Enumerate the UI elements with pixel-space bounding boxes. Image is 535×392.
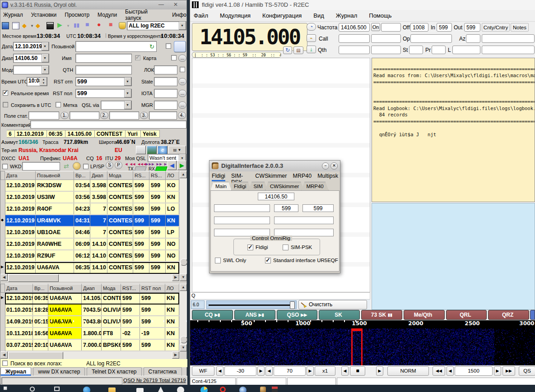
scroll-thumb[interactable] xyxy=(8,274,59,282)
save-grid-button[interactable] xyxy=(174,41,186,52)
stop-icon[interactable]: ■ xyxy=(85,21,93,28)
stop-icon[interactable]: ■ xyxy=(350,366,365,376)
stat-input-2[interactable] xyxy=(70,111,99,120)
squelch-slider[interactable] xyxy=(206,300,297,309)
wf-button[interactable]: WF xyxy=(192,366,214,376)
gain-down-icon[interactable]: ◀ xyxy=(216,366,223,376)
qsy-icon[interactable]: ◔ xyxy=(307,23,316,31)
stat-input-3[interactable] xyxy=(109,111,139,120)
field-2[interactable] xyxy=(371,34,401,43)
menu-item[interactable]: Модули xyxy=(98,12,117,18)
column-header[interactable]: Диап xyxy=(90,171,107,180)
dialog-name-input[interactable] xyxy=(214,217,270,224)
loc-input[interactable] xyxy=(452,46,480,54)
dialog-tab[interactable]: SIM xyxy=(248,182,267,190)
minimize-icon[interactable]: — xyxy=(156,1,167,9)
chevron-down-icon[interactable] xyxy=(42,42,49,51)
user-app-icon[interactable] xyxy=(177,387,184,392)
prev-record-button[interactable]: ◀ xyxy=(167,161,177,170)
in-input[interactable] xyxy=(437,23,452,32)
state-input[interactable] xyxy=(154,77,177,86)
history-table-header[interactable]: ДатаВр...ПозывнойДиапМодаRST...RST полЛО xyxy=(5,284,179,293)
logbook-icon[interactable]: ▤ xyxy=(293,46,303,54)
qsl-via-field[interactable] xyxy=(101,101,132,110)
zoom-button[interactable]: x1 xyxy=(315,366,335,376)
dialog-menu-item[interactable]: MRP40 xyxy=(293,172,312,181)
start-icon[interactable] xyxy=(4,387,11,392)
stat-marker-4[interactable]: 4. xyxy=(178,112,186,119)
macro-next-sliver[interactable] xyxy=(530,310,535,320)
band-field[interactable]: 14106.50 xyxy=(13,54,49,63)
az-input[interactable] xyxy=(466,34,480,43)
column-header[interactable]: RST пол xyxy=(140,284,165,293)
pr-input[interactable] xyxy=(432,46,446,54)
play-icon[interactable]: ▶ xyxy=(57,21,65,28)
table-row[interactable]: 12.10.2019US3IW 03:563.598 CONTES599 599… xyxy=(5,192,179,203)
freq-up-icon[interactable]: ▶ xyxy=(494,366,501,376)
logger-titlebar[interactable]: v.3.31-61 Russia, Oryol obl. — ✕ xyxy=(0,0,186,9)
name-input[interactable] xyxy=(75,54,132,63)
rst-rcvd-field[interactable]: 599 xyxy=(75,89,132,98)
table-row[interactable]: 12.10.2019UR4MVK 04:317 CONTES599 599KN xyxy=(5,215,179,227)
callsign-input[interactable] xyxy=(75,41,157,52)
explorer-icon[interactable] xyxy=(108,387,116,392)
menu-item[interactable]: Помощь xyxy=(369,12,391,19)
seek-left-icon[interactable]: ◀◀ xyxy=(433,366,445,376)
stat-marker-1[interactable]: 1. xyxy=(60,112,69,119)
range-down-icon[interactable]: ◀ xyxy=(265,366,273,376)
notes-input[interactable] xyxy=(482,46,535,54)
bottom-tab[interactable]: www DX кластер xyxy=(33,367,85,376)
record-icon[interactable]: ● xyxy=(97,21,104,28)
map-more-button[interactable]: ... xyxy=(178,55,186,62)
notes-icon[interactable]: ▤ ▼ xyxy=(168,146,186,154)
real-time-checkbox[interactable] xyxy=(3,90,8,96)
dialog-qth-input[interactable] xyxy=(274,217,334,224)
search-icon[interactable] xyxy=(30,387,35,392)
menu-item[interactable]: Модуляция xyxy=(220,12,251,19)
p-button[interactable]: P xyxy=(115,161,122,169)
s-button[interactable]: S xyxy=(106,161,113,169)
scroll-up-icon[interactable]: ▲ xyxy=(180,171,187,178)
seek-right-icon[interactable]: ▶▶ xyxy=(502,366,515,376)
date-field[interactable]: 12.10.2019 xyxy=(13,42,49,51)
column-header[interactable]: RS... xyxy=(133,171,149,180)
dialog-tab[interactable]: Fldigi xyxy=(229,182,251,190)
table-row[interactable]: 01.10.201918:28 UA6AVA7043.50 OLIVIA599 … xyxy=(5,304,179,316)
menu-item[interactable]: Просмотр xyxy=(65,12,89,18)
column-header[interactable]: RS... xyxy=(149,171,166,180)
spinner-arrows-icon[interactable]: ▲▼ xyxy=(40,78,47,86)
log-table-header[interactable]: ДатаПозывнойВр...ДиапМодаRS...RS...ЛО xyxy=(5,171,179,180)
callsign-refresh-icon[interactable]: ↻ xyxy=(149,43,154,50)
table-row[interactable]: 12.10.2019RK3DSW 03:543.598 CONTES599 59… xyxy=(5,180,179,192)
wkd-checkbox[interactable] xyxy=(2,164,8,169)
st-input[interactable] xyxy=(409,46,423,54)
call-input[interactable] xyxy=(339,34,370,43)
column-header[interactable]: Мода xyxy=(107,171,133,180)
macro-button[interactable]: 73 SK▮▮ xyxy=(361,310,402,320)
fldigi-titlebar[interactable]: fldigi ver4.1.08 / Hamlib TS-570D - R2EC xyxy=(190,0,535,10)
scroll-thumb[interactable] xyxy=(180,336,187,343)
menu-item[interactable]: Вид xyxy=(313,12,324,19)
slider-handle[interactable] xyxy=(290,301,295,309)
map-icon[interactable] xyxy=(147,146,157,154)
brush-button[interactable] xyxy=(73,162,81,170)
menu-item[interactable]: Журнал xyxy=(336,12,357,19)
audio-freq-value[interactable]: 1500 xyxy=(455,366,493,376)
next-qso-icon[interactable]: ◆ xyxy=(36,22,43,29)
table-row[interactable]: 12.10.2019UA6AVA 06:3514.10 CONTES599 59… xyxy=(5,262,179,274)
map-checkbox[interactable] xyxy=(171,55,177,60)
dialog-tab[interactable]: CWSkimmer xyxy=(265,182,304,190)
wf-mode-button[interactable]: NORM xyxy=(387,366,429,376)
scroll-left-icon[interactable]: ◀ xyxy=(0,351,8,359)
bottom-tab[interactable]: Статистика xyxy=(144,367,182,376)
fldigi-checkbox[interactable] xyxy=(247,244,253,250)
onedrive-icon[interactable] xyxy=(157,387,164,392)
state-more-button[interactable]: ... xyxy=(178,78,186,85)
column-header[interactable]: Мода xyxy=(102,284,121,293)
stat-marker-2[interactable]: 2. xyxy=(100,112,108,119)
dialog-menu-item[interactable]: CWSkimmer xyxy=(255,172,287,181)
qth-input[interactable] xyxy=(339,46,370,54)
new-log-icon[interactable] xyxy=(12,22,19,29)
scroll-down-icon[interactable]: ▼ xyxy=(180,274,187,281)
store-icon[interactable] xyxy=(136,388,144,392)
